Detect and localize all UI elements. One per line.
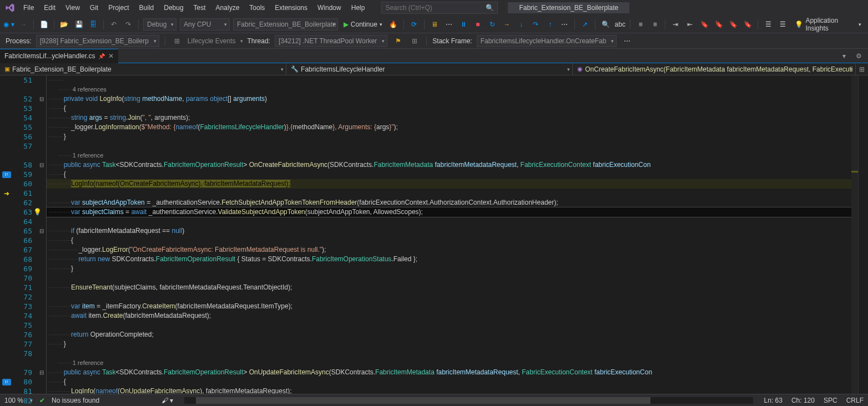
open-icon[interactable]: 📂 bbox=[59, 18, 70, 31]
config-dropdown[interactable]: Debug bbox=[143, 18, 176, 31]
close-icon[interactable]: ✕ bbox=[108, 52, 114, 60]
menu-edit[interactable]: Edit bbox=[39, 2, 60, 14]
solution-name[interactable]: Fabric_Extension_BE_Boilerplate bbox=[508, 2, 629, 13]
lineending-indicator[interactable]: CRLF bbox=[846, 397, 864, 404]
step-over-icon[interactable]: ↷ bbox=[530, 18, 541, 31]
menu-build[interactable]: Build bbox=[135, 2, 159, 14]
save-all-icon[interactable]: 🗄 bbox=[88, 18, 99, 31]
menu-view[interactable]: View bbox=[61, 2, 84, 14]
issues-text[interactable]: No issues found bbox=[52, 397, 99, 404]
overview-ruler[interactable] bbox=[851, 75, 858, 394]
vertical-scrollbar[interactable] bbox=[858, 75, 868, 394]
new-project-icon[interactable]: 📄 bbox=[38, 18, 49, 31]
indent-icon[interactable]: ⇥ bbox=[670, 18, 681, 31]
brush-icon[interactable]: 🖌 ▾ bbox=[162, 397, 173, 404]
search-icon: 🔍 bbox=[486, 4, 494, 12]
comment-icon[interactable]: ≡ bbox=[635, 18, 646, 31]
line-indicator[interactable]: Ln: 63 bbox=[764, 397, 783, 404]
menu-tools[interactable]: Tools bbox=[245, 2, 269, 14]
gutter-margin: I↑ ➜ I↑ bbox=[0, 75, 13, 394]
vs-logo-icon[interactable] bbox=[2, 0, 18, 16]
fold-toggle[interactable]: ⊟ bbox=[37, 94, 46, 104]
lightbulb-icon[interactable]: 💡 bbox=[33, 207, 42, 217]
marker-icon: I↑ bbox=[2, 379, 11, 385]
platform-dropdown[interactable]: Any CPU bbox=[180, 18, 230, 31]
debug-toolbar: Process: [9288] Fabric_Extension_BE_Boil… bbox=[0, 33, 868, 49]
tab-active[interactable]: FabricItemsLif...ycleHandler.cs 📌 ✕ bbox=[0, 49, 118, 63]
thread-dropdown[interactable]: [34212] .NET ThreadPool Worker bbox=[275, 35, 387, 47]
bulb-icon: 💡 bbox=[795, 21, 803, 28]
next-bookmark-icon[interactable]: 🔖 bbox=[728, 18, 739, 31]
menu-extensions[interactable]: Extensions bbox=[270, 2, 312, 14]
nav-class[interactable]: 🔧 FabricItemsLifecycleHandler bbox=[286, 63, 573, 75]
prev-bookmark-icon[interactable]: 🔖 bbox=[713, 18, 724, 31]
extension1-icon[interactable]: ☰ bbox=[763, 18, 774, 31]
restart-icon[interactable]: ⟳ bbox=[408, 18, 420, 31]
save-icon[interactable]: 💾 bbox=[73, 18, 84, 31]
app-insights-button[interactable]: 💡 Application Insights ▾ bbox=[791, 17, 865, 32]
fold-toggle[interactable]: ⊟ bbox=[37, 160, 46, 170]
fold-toggle[interactable]: ⊟ bbox=[37, 226, 46, 236]
bookmark-icon[interactable]: 🔖 bbox=[699, 18, 710, 31]
menu-analyze[interactable]: Analyze bbox=[211, 2, 244, 14]
method-icon: ◉ bbox=[577, 65, 583, 73]
undo-icon[interactable]: ↶ bbox=[108, 18, 119, 31]
shield-icon[interactable]: abc bbox=[614, 18, 625, 31]
restart-debug-icon[interactable]: ↻ bbox=[487, 18, 498, 31]
navigation-bar: ▣ Fabric_Extension_BE_Boilerplate 🔧 Fabr… bbox=[0, 63, 868, 75]
nav-back-icon[interactable]: ◉ ▾ bbox=[3, 18, 14, 31]
hot-reload-icon[interactable]: 🔥 bbox=[388, 18, 399, 31]
horizontal-scrollbar[interactable] bbox=[184, 397, 753, 404]
nav-class-label: FabricItemsLifecycleHandler bbox=[301, 65, 385, 73]
flag-icon[interactable]: ⚑ bbox=[392, 35, 404, 47]
redo-icon[interactable]: ↷ bbox=[123, 18, 134, 31]
split-icon[interactable]: ⊞ bbox=[856, 63, 868, 75]
nav-forward-icon[interactable]: → bbox=[18, 18, 29, 31]
gear-icon[interactable]: ⚙ bbox=[852, 50, 865, 62]
step-out-icon[interactable]: ↑ bbox=[544, 18, 556, 31]
menu-file[interactable]: File bbox=[19, 2, 38, 14]
menu-help[interactable]: Help bbox=[347, 2, 370, 14]
process-dropdown[interactable]: [9288] Fabric_Extension_BE_Boilerp bbox=[36, 35, 159, 47]
spaces-indicator[interactable]: SPC bbox=[824, 397, 837, 404]
pin-icon[interactable]: 📌 bbox=[98, 53, 105, 59]
live-share-icon[interactable]: ↗ bbox=[579, 18, 591, 31]
browser-icon[interactable]: 🖥 bbox=[429, 18, 440, 31]
thread-icon[interactable]: ⊞ bbox=[408, 35, 421, 47]
stackframe-dropdown[interactable]: FabricItemsLifecycleHandler.OnCreateFab bbox=[477, 35, 617, 47]
menu-debug[interactable]: Debug bbox=[159, 2, 188, 14]
tab-title: FabricItemsLif...ycleHandler.cs bbox=[4, 52, 95, 60]
menu-project[interactable]: Project bbox=[104, 2, 133, 14]
menu-test[interactable]: Test bbox=[189, 2, 210, 14]
startup-dropdown[interactable]: Fabric_Extension_BE_Boilerplate bbox=[233, 18, 338, 31]
code-content[interactable]: ········ ········4 references ········pr… bbox=[47, 75, 851, 394]
nav-method[interactable]: ◉ OnCreateFabricItemAsync(FabricItemMeta… bbox=[573, 63, 856, 75]
step-icon[interactable]: ⋯ bbox=[559, 18, 570, 31]
overflow-icon[interactable]: ⋯ bbox=[443, 18, 455, 31]
continue-button[interactable]: ▶ Continue ▾ bbox=[341, 21, 385, 28]
uncomment-icon[interactable]: ≡ bbox=[649, 18, 660, 31]
stop-icon[interactable]: ■ bbox=[472, 18, 483, 31]
lifecycle-icon[interactable]: ⊞ bbox=[171, 35, 183, 47]
menu-window[interactable]: Window bbox=[313, 2, 346, 14]
tab-dropdown-icon[interactable]: ▾ bbox=[838, 50, 850, 62]
play-icon: ▶ bbox=[344, 21, 349, 28]
search-input[interactable] bbox=[385, 4, 486, 12]
stackframe-label: Stack Frame: bbox=[432, 37, 472, 45]
search-box[interactable]: 🔍 bbox=[381, 2, 498, 14]
clear-bookmark-icon[interactable]: 🔖 bbox=[742, 18, 753, 31]
char-indicator[interactable]: Ch: 120 bbox=[791, 397, 815, 404]
code-editor[interactable]: I↑ ➜ I↑ 51 525354555657 5859606162 63💡 6… bbox=[0, 75, 868, 394]
find-icon[interactable]: 🔍 bbox=[600, 18, 611, 31]
outdent-icon[interactable]: ⇤ bbox=[684, 18, 695, 31]
menu-git[interactable]: Git bbox=[85, 2, 103, 14]
fold-toggle[interactable]: ⊟ bbox=[37, 368, 46, 377]
show-next-icon[interactable]: → bbox=[501, 18, 512, 31]
break-all-icon[interactable]: ⏸ bbox=[458, 18, 469, 31]
extension2-icon[interactable]: ☰ bbox=[777, 18, 788, 31]
nav-project[interactable]: ▣ Fabric_Extension_BE_Boilerplate bbox=[0, 63, 286, 75]
thread-label: Thread: bbox=[248, 37, 270, 45]
step-into-icon[interactable]: ↓ bbox=[516, 18, 527, 31]
current-statement-icon: ➜ bbox=[4, 190, 9, 197]
stackframe-overflow-icon[interactable]: ⋯ bbox=[621, 35, 633, 47]
